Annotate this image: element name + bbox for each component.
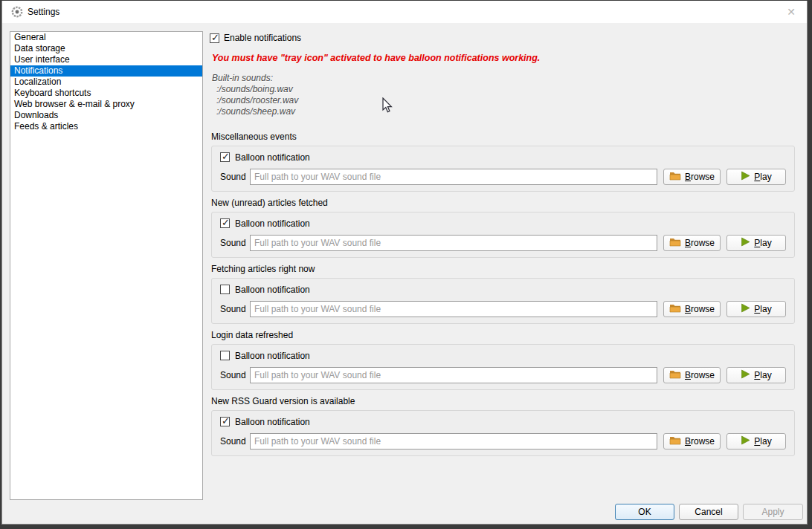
apply-button[interactable]: Apply — [743, 504, 803, 520]
browse-button[interactable]: Browse — [663, 169, 721, 185]
settings-category-list: GeneralData storageUser interfaceNotific… — [10, 31, 203, 500]
notification-section: Login data refreshed Balloon notificatio… — [211, 330, 795, 390]
play-button[interactable]: Play — [726, 367, 786, 383]
sidebar-item-localization[interactable]: Localization — [10, 77, 202, 88]
balloon-checkbox[interactable]: ✓ — [220, 417, 230, 426]
play-label: Play — [754, 172, 771, 182]
play-label: Play — [754, 370, 771, 380]
browse-button[interactable]: Browse — [663, 367, 721, 383]
section-group-box: ✓ Balloon notification Sound Browse — [211, 410, 795, 456]
builtin-sound-file: :/sounds/sheep.wav — [212, 106, 298, 117]
enable-notifications-label: Enable notifications — [224, 33, 301, 43]
folder-icon — [669, 171, 681, 183]
play-button[interactable]: Play — [726, 433, 786, 450]
sound-label: Sound — [220, 304, 245, 314]
sidebar-item-downloads[interactable]: Downloads — [10, 110, 202, 121]
balloon-row[interactable]: ✓ Balloon notification — [220, 218, 786, 229]
sound-label: Sound — [220, 172, 245, 182]
sidebar-item-data-storage[interactable]: Data storage — [10, 43, 202, 54]
sound-label: Sound — [220, 436, 245, 447]
sound-path-input[interactable] — [250, 235, 657, 251]
balloon-checkbox[interactable]: ✓ — [220, 218, 230, 228]
balloon-row[interactable]: Balloon notification — [220, 284, 786, 295]
balloon-row[interactable]: Balloon notification — [220, 350, 786, 361]
ok-button[interactable]: OK — [615, 504, 674, 520]
sound-row: Sound Browse — [220, 235, 786, 251]
sound-path-input[interactable] — [250, 433, 657, 450]
balloon-label: Balloon notification — [235, 351, 310, 361]
play-icon — [741, 369, 750, 381]
sound-row: Sound Browse — [220, 433, 786, 450]
settings-dialog: Settings ✕ GeneralData storageUser inter… — [1, 1, 808, 525]
play-label: Play — [754, 436, 771, 447]
close-icon[interactable]: ✕ — [780, 3, 802, 21]
balloon-label: Balloon notification — [235, 218, 310, 229]
play-icon — [741, 303, 750, 315]
sidebar-item-web-browser-e-mail-proxy[interactable]: Web browser & e-mail & proxy — [10, 99, 202, 110]
balloon-row[interactable]: ✓ Balloon notification — [220, 416, 786, 427]
sidebar-item-general[interactable]: General — [10, 32, 202, 43]
sidebar-item-keyboard-shortcuts[interactable]: Keyboard shortcuts — [10, 88, 202, 99]
section-title: New RSS Guard version is available — [211, 396, 795, 407]
balloon-label: Balloon notification — [235, 285, 310, 295]
titlebar[interactable]: Settings ✕ — [2, 1, 807, 23]
sound-row: Sound Browse — [220, 301, 786, 317]
sound-path-input[interactable] — [250, 169, 657, 185]
browse-label: Browse — [685, 238, 715, 248]
play-button[interactable]: Play — [726, 301, 786, 317]
section-group-box: Balloon notification Sound Browse — [211, 278, 795, 324]
sidebar-item-user-interface[interactable]: User interface — [10, 54, 202, 65]
desktop-background: Settings ✕ GeneralData storageUser inter… — [0, 0, 812, 529]
section-group-box: ✓ Balloon notification Sound Browse — [211, 212, 795, 258]
section-group-box: ✓ Balloon notification Sound Browse — [211, 146, 795, 192]
notification-section: Fetching articles right now Balloon noti… — [211, 264, 795, 324]
play-button[interactable]: Play — [726, 235, 786, 251]
browse-label: Browse — [685, 370, 715, 380]
folder-icon — [669, 435, 681, 447]
folder-icon — [669, 369, 681, 381]
window-title: Settings — [28, 7, 59, 17]
play-button[interactable]: Play — [726, 169, 786, 185]
browse-label: Browse — [685, 172, 715, 182]
browse-button[interactable]: Browse — [663, 433, 721, 450]
play-icon — [741, 435, 750, 447]
builtin-sounds-files: :/sounds/boing.wav:/sounds/rooster.wav:/… — [212, 84, 298, 117]
browse-button[interactable]: Browse — [663, 301, 721, 317]
play-icon — [741, 171, 750, 183]
balloon-checkbox[interactable] — [220, 351, 230, 360]
sidebar-item-notifications[interactable]: Notifications — [10, 65, 202, 77]
section-group-box: Balloon notification Sound Browse — [211, 344, 795, 390]
notification-section: New (unread) articles fetched ✓ Balloon … — [211, 198, 795, 258]
enable-notifications-checkbox[interactable]: ✓ — [210, 33, 219, 43]
folder-icon — [669, 303, 681, 315]
builtin-sound-file: :/sounds/boing.wav — [212, 84, 298, 95]
notification-section: New RSS Guard version is available ✓ Bal… — [211, 396, 795, 456]
notification-section: Miscellaneous events ✓ Balloon notificat… — [211, 132, 795, 192]
folder-icon — [669, 237, 681, 249]
play-label: Play — [754, 238, 771, 248]
sound-row: Sound Browse — [220, 367, 786, 383]
builtin-sounds-block: Built-in sounds: :/sounds/boing.wav:/sou… — [212, 73, 298, 117]
cancel-button[interactable]: Cancel — [679, 504, 738, 520]
sound-label: Sound — [220, 238, 245, 248]
enable-notifications-row[interactable]: ✓ Enable notifications — [210, 33, 301, 43]
section-title: Miscellaneous events — [211, 132, 795, 143]
balloon-checkbox[interactable]: ✓ — [220, 152, 230, 162]
sound-label: Sound — [220, 370, 245, 380]
balloon-checkbox[interactable] — [220, 285, 230, 294]
section-title: New (unread) articles fetched — [211, 198, 795, 209]
browse-button[interactable]: Browse — [663, 235, 721, 251]
sidebar-item-feeds-articles[interactable]: Feeds & articles — [10, 121, 202, 132]
sound-path-input[interactable] — [250, 367, 657, 383]
section-title: Fetching articles right now — [211, 264, 795, 275]
sound-row: Sound Browse — [220, 169, 786, 185]
balloon-label: Balloon notification — [235, 417, 310, 427]
balloon-row[interactable]: ✓ Balloon notification — [220, 152, 786, 163]
sound-path-input[interactable] — [250, 301, 657, 317]
play-label: Play — [754, 304, 771, 314]
builtin-sounds-title: Built-in sounds: — [212, 73, 298, 84]
settings-gear-icon — [11, 6, 23, 18]
play-icon — [741, 237, 750, 249]
notification-sections: Miscellaneous events ✓ Balloon notificat… — [211, 132, 795, 462]
balloon-label: Balloon notification — [235, 152, 310, 163]
